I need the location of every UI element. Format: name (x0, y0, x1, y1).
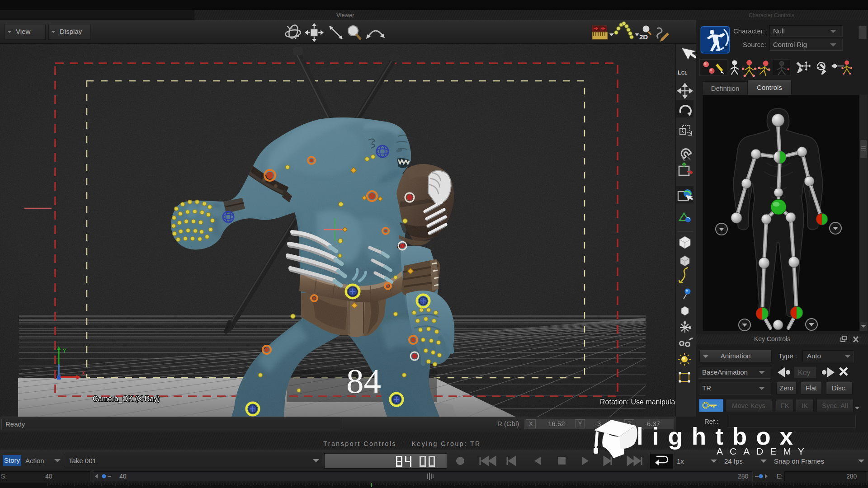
svg-text:2D: 2D (639, 33, 648, 41)
svg-text:ACADEMY: ACADEMY (717, 446, 811, 456)
svg-text:Key: Key (798, 369, 811, 376)
svg-text:LCL: LCL (678, 69, 687, 76)
